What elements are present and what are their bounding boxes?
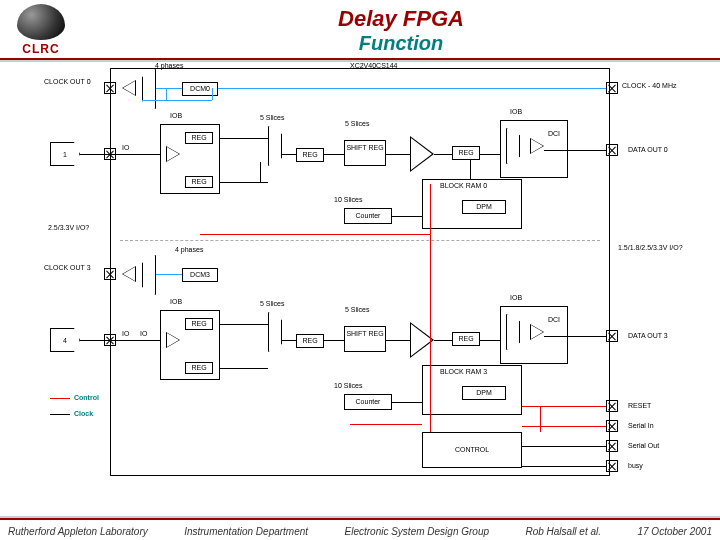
page-subtitle: Function [82, 32, 720, 55]
wire [282, 154, 296, 155]
io-voltage-left: 2.5/3.3V I/O? [48, 224, 89, 231]
wire [220, 324, 268, 325]
chip-label: XC2V40CS144 [350, 62, 397, 69]
blockram0-label: BLOCK RAM 0 [440, 182, 487, 189]
wire [392, 216, 422, 217]
dpm3: DPM [462, 386, 506, 400]
wire [434, 340, 452, 341]
four-phases-0: 4 phases [155, 62, 183, 69]
logo: CLRC [0, 4, 82, 56]
wire [540, 406, 541, 432]
block-diagram: XC2V40CS144 CLOCK - 40 MHz 4 phases CLOC… [0, 64, 720, 484]
iob-left-0-label: IOB [170, 112, 182, 119]
control-bus-h2 [350, 424, 422, 425]
dcm3-box: DCM3 [182, 268, 218, 282]
buf-clockout0 [122, 80, 136, 96]
counter3: Counter [344, 394, 392, 410]
buf-out3 [530, 324, 544, 340]
control-box: CONTROL [422, 432, 522, 468]
pad-out3 [606, 330, 618, 342]
wire [166, 88, 167, 100]
wire [324, 154, 344, 155]
wire [282, 340, 296, 341]
wire-sout [522, 446, 606, 447]
slices5-3b: 5 Slices [345, 306, 370, 313]
wire [218, 88, 606, 89]
footer-group: Electronic System Design Group [345, 526, 490, 537]
wire [434, 154, 452, 155]
data-out-3: DATA OUT 3 [628, 332, 668, 339]
dpm0: DPM [462, 200, 506, 214]
pad-out0 [606, 144, 618, 156]
clock-out-3: CLOCK OUT 3 [44, 264, 91, 271]
wire [386, 154, 410, 155]
reg-mid0: REG [296, 148, 324, 162]
io-3b: IO [140, 330, 147, 337]
counter0: Counter [344, 208, 392, 224]
slices10-3: 10 Slices [334, 382, 362, 389]
reg-mid3: REG [296, 334, 324, 348]
slices5-3a: 5 Slices [260, 300, 285, 307]
busy-label: busy [628, 462, 643, 469]
wire [212, 88, 213, 100]
dci-0: DCI [548, 130, 560, 137]
legend-clock-line [50, 414, 70, 415]
reg-in3-a: REG [185, 318, 213, 330]
iob-right-3-label: IOB [510, 294, 522, 301]
wire [142, 100, 212, 101]
footer-author: Rob Halsall et al. [525, 526, 601, 537]
divider [0, 58, 720, 60]
wire [544, 336, 606, 337]
wire [470, 160, 471, 179]
wire [220, 182, 268, 183]
wire [480, 340, 500, 341]
legend-control-line [50, 398, 70, 399]
legend-control: Control [74, 394, 99, 401]
slices5-0b: 5 Slices [345, 120, 370, 127]
wire [324, 340, 344, 341]
io-0: IO [122, 144, 129, 151]
footer-dept: Instrumentation Department [184, 526, 308, 537]
wire-sin [522, 426, 606, 427]
wire-busy [522, 466, 606, 467]
iob-left-3-label: IOB [170, 298, 182, 305]
shiftreg-0: SHIFT REG [344, 140, 386, 166]
pad-clockout3 [104, 268, 116, 280]
reg-out3: REG [452, 332, 480, 346]
wire [544, 150, 606, 151]
reg-in0-b: REG [185, 176, 213, 188]
wire [386, 340, 410, 341]
pad-serial-out [606, 440, 618, 452]
wire [260, 162, 261, 182]
buf-out0 [530, 138, 544, 154]
dci-3: DCI [548, 316, 560, 323]
four-phases-3: 4 phases [175, 246, 203, 253]
wire [220, 138, 268, 139]
slices5-0a: 5 Slices [260, 114, 285, 121]
source-4: 4 [50, 328, 80, 352]
shiftreg-3: SHIFT REG [344, 326, 386, 352]
wire [80, 340, 160, 341]
clock-freq-label: CLOCK - 40 MHz [622, 82, 676, 89]
wire [156, 88, 182, 89]
data-out-0: DATA OUT 0 [628, 146, 668, 153]
footer: Rutherford Appleton Laboratory Instrumen… [0, 518, 720, 540]
serial-out-label: Serial Out [628, 442, 659, 449]
page-title: Delay FPGA [82, 6, 720, 32]
iob-right-0-label: IOB [510, 108, 522, 115]
legend-clock: Clock [74, 410, 93, 417]
reg-in0-a: REG [185, 132, 213, 144]
wire [392, 402, 422, 403]
wire [156, 274, 182, 275]
logo-text: CLRC [0, 42, 82, 56]
wire [220, 368, 268, 369]
reset-label: RESET [628, 402, 651, 409]
pad-clockout0 [104, 82, 116, 94]
footer-lab: Rutherford Appleton Laboratory [8, 526, 148, 537]
control-bus-v [430, 184, 431, 432]
reg-out0: REG [452, 146, 480, 160]
channel-separator [120, 240, 600, 241]
wire [480, 154, 500, 155]
swirl-icon [17, 4, 65, 40]
pad-reset [606, 400, 618, 412]
